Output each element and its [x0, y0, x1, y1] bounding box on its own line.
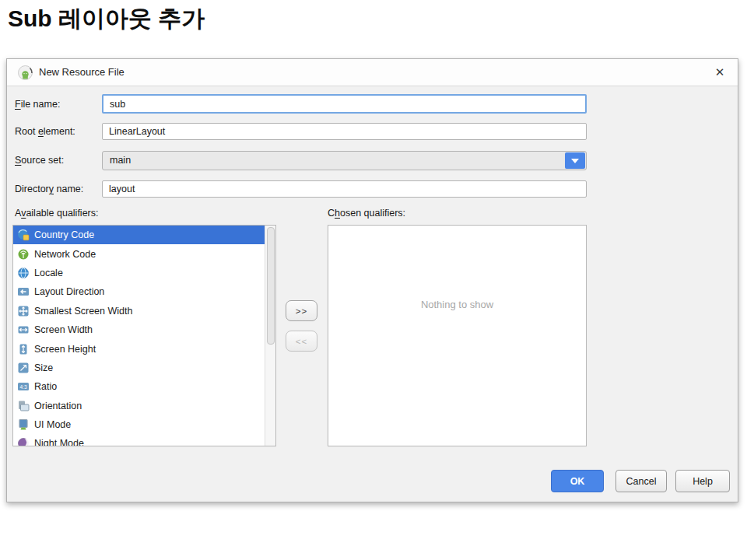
qualifier-item[interactable]: Screen Height: [13, 339, 265, 358]
qualifier-item-label: Country Code: [34, 229, 94, 240]
qualifier-item[interactable]: Screen Width: [13, 320, 265, 339]
source-set-dropdown-button[interactable]: [565, 152, 585, 169]
ratio-icon: 4:3: [17, 380, 30, 393]
qualifier-item[interactable]: 4:3Ratio: [13, 377, 265, 396]
dialog-titlebar: New Resource File ✕: [7, 59, 738, 86]
screen-width-icon: [17, 324, 30, 336]
locale-icon: [17, 267, 30, 279]
dialog-title: New Resource File: [39, 66, 124, 78]
qualifier-item[interactable]: Country Code: [13, 226, 265, 244]
svg-text:4:3: 4:3: [19, 384, 26, 390]
help-button[interactable]: Help: [675, 470, 730, 492]
source-set-value: main: [110, 155, 131, 166]
remove-qualifier-button[interactable]: <<: [286, 331, 317, 352]
screen: Sub 레이아웃 추가 New Resource File ✕ File nam…: [0, 0, 747, 560]
qualifier-item[interactable]: Orientation: [13, 397, 265, 415]
qualifier-item-label: Smallest Screen Width: [34, 306, 132, 317]
available-qualifiers-scrollbar-thumb[interactable]: [267, 227, 275, 345]
qualifier-item[interactable]: Night Mode: [13, 434, 265, 446]
qualifier-item-label: Size: [34, 362, 53, 373]
cancel-button[interactable]: Cancel: [615, 470, 667, 492]
qualifier-item-label: UI Mode: [34, 419, 71, 430]
qualifier-item[interactable]: Network Code: [13, 244, 265, 263]
qualifier-item-label: Screen Width: [34, 324, 93, 335]
page-title: Sub 레이아웃 추가: [8, 3, 205, 35]
root-element-label: Root element:: [15, 123, 75, 140]
directory-name-input[interactable]: [102, 180, 587, 198]
source-set-label: Source set:: [15, 152, 64, 169]
qualifier-item-label: Orientation: [34, 401, 82, 411]
file-name-input[interactable]: [102, 94, 587, 114]
qualifier-item-label: Layout Direction: [34, 286, 104, 297]
night-mode-icon: [17, 437, 30, 446]
qualifier-item-label: Network Code: [34, 249, 96, 260]
available-qualifiers-scrollbar-track[interactable]: [265, 226, 275, 446]
chevron-down-icon: [571, 159, 579, 163]
source-set-combobox[interactable]: main: [102, 151, 587, 170]
file-name-label: File name:: [15, 96, 60, 113]
screen-height-icon: [17, 343, 30, 355]
android-studio-icon: [18, 65, 33, 80]
qualifier-item[interactable]: Smallest Screen Width: [13, 302, 265, 320]
country-code-icon: [17, 229, 30, 241]
qualifier-item[interactable]: Locale: [13, 264, 265, 282]
root-element-input[interactable]: [102, 123, 587, 140]
network-code-icon: [17, 248, 30, 261]
chosen-qualifiers-panel: Nothing to show: [328, 225, 587, 446]
available-qualifiers-list: Country CodeNetwork CodeLocaleLayout Dir…: [12, 225, 276, 446]
qualifier-item-label: Ratio: [34, 381, 57, 392]
qualifier-item[interactable]: Size: [13, 359, 265, 377]
add-qualifier-button[interactable]: >>: [286, 300, 317, 321]
qualifier-items-container: Country CodeNetwork CodeLocaleLayout Dir…: [13, 226, 265, 446]
qualifier-item[interactable]: UI Mode: [13, 415, 265, 434]
size-icon: [17, 362, 30, 374]
smallest-screen-width-icon: [17, 305, 30, 317]
orientation-icon: [17, 400, 30, 412]
new-resource-file-dialog: New Resource File ✕ File name: Root elem…: [6, 58, 738, 502]
qualifier-item-label: Screen Height: [34, 344, 96, 355]
available-qualifiers-label: Available qualifiers:: [15, 208, 98, 219]
qualifier-item-label: Night Mode: [34, 438, 84, 446]
chosen-qualifiers-label: Chosen qualifiers:: [328, 208, 405, 219]
directory-name-label: Directory name:: [15, 180, 83, 198]
ok-button[interactable]: OK: [551, 470, 604, 492]
qualifier-item[interactable]: Layout Direction: [13, 282, 265, 301]
empty-state-text: Nothing to show: [328, 299, 586, 310]
qualifier-item-label: Locale: [34, 268, 63, 278]
close-icon[interactable]: ✕: [712, 65, 728, 80]
ui-mode-icon: [17, 418, 30, 431]
layout-direction-icon: [17, 285, 30, 298]
